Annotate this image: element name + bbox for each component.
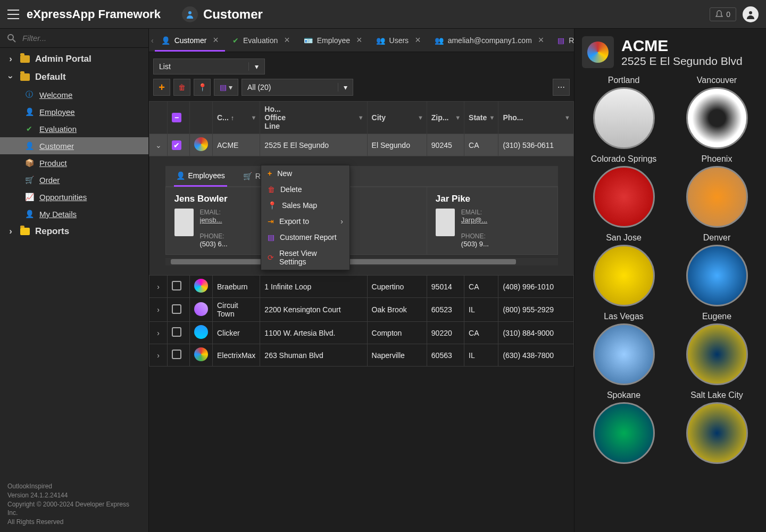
filter-icon[interactable]: ▼: [564, 114, 570, 121]
chevron-down-icon: ›: [5, 73, 16, 81]
menu-export-to[interactable]: ⇥Export to›: [261, 213, 349, 229]
sales-map-button[interactable]: 📍: [194, 79, 211, 96]
col-home-office[interactable]: Ho...OfficeLine▼: [260, 102, 367, 134]
table-row[interactable]: ⌄ ✔ ACME 2525 E El Segundo El Segundo 90…: [149, 134, 574, 156]
city-card[interactable]: Portland: [582, 76, 665, 149]
row-expander[interactable]: ⌄: [149, 134, 168, 156]
city-card[interactable]: Denver: [675, 233, 759, 306]
nav-item-employee[interactable]: 👤Employee: [0, 103, 148, 120]
tab-user-email[interactable]: 👥ameliah@company1.com×: [428, 29, 551, 52]
col-expander[interactable]: [149, 102, 168, 134]
row-expander[interactable]: ›: [149, 344, 168, 367]
city-card[interactable]: Eugene: [675, 312, 759, 385]
table-row[interactable]: › Circuit Town2200 Kensington CourtOak B…: [149, 298, 574, 322]
city-name: San Jose: [582, 233, 665, 243]
employee-email[interactable]: Jarp@...: [461, 216, 489, 224]
nav-group-label: Default: [35, 72, 66, 82]
tab-report[interactable]: ▤Report×: [551, 29, 574, 52]
box-icon: 📦: [24, 158, 34, 168]
hamburger-button[interactable]: [0, 10, 27, 19]
row-expander[interactable]: ›: [149, 276, 168, 298]
delete-button[interactable]: 🗑: [173, 79, 190, 96]
col-zip[interactable]: Zip...▼: [427, 102, 464, 134]
nav-item-product[interactable]: 📦Product: [0, 154, 148, 171]
col-company[interactable]: C...↑▼: [213, 102, 260, 134]
close-icon[interactable]: ×: [415, 35, 421, 46]
row-checkbox[interactable]: [172, 327, 181, 337]
filter-icon[interactable]: ▼: [455, 114, 461, 121]
close-icon[interactable]: ×: [356, 35, 362, 46]
profile-button[interactable]: [743, 6, 759, 22]
row-checkbox[interactable]: [172, 304, 181, 314]
city-card[interactable]: Colorado Springs: [582, 154, 665, 228]
report-split-button[interactable]: ▤▾: [214, 79, 238, 96]
plus-icon: +: [159, 81, 165, 94]
row-checkbox[interactable]: [172, 281, 181, 290]
close-icon[interactable]: ×: [284, 35, 290, 46]
filter-selector[interactable]: All (20) ▾: [242, 79, 353, 96]
tab-customer[interactable]: 👤Customer×: [155, 29, 225, 52]
menu-new[interactable]: +New: [261, 165, 349, 181]
employee-email[interactable]: jensb...: [200, 216, 228, 224]
col-select[interactable]: −: [168, 102, 190, 134]
dropdown-icon[interactable]: ▾: [248, 62, 264, 71]
city-grid: PortlandVancouverColorado SpringsPhoenix…: [582, 76, 759, 464]
col-city[interactable]: City▼: [367, 102, 427, 134]
sidebar-search[interactable]: [0, 29, 148, 48]
row-expander[interactable]: ›: [149, 322, 168, 344]
menu-customer-report[interactable]: ▤Customer Report: [261, 229, 349, 245]
table-row[interactable]: › Braeburn1 Infinite LoopCupertino95014C…: [149, 276, 574, 298]
tabs-prev-button[interactable]: ‹: [151, 36, 154, 45]
city-card[interactable]: Salt Lake City: [675, 390, 759, 464]
nav-item-mydetails[interactable]: 👤My Details: [0, 205, 148, 222]
checkbox-indeterminate-icon[interactable]: −: [172, 113, 181, 122]
nav-item-evaluation[interactable]: ✔Evaluation: [0, 120, 148, 137]
row-expander[interactable]: ›: [149, 298, 168, 322]
toolbar-overflow-button[interactable]: ⋯: [553, 79, 570, 96]
view-selector[interactable]: List ▾: [153, 59, 265, 74]
nav-group-admin[interactable]: › Admin Portal: [0, 50, 148, 68]
notifications-button[interactable]: 0: [710, 7, 736, 21]
cell-phone: (310) 536-0611: [498, 134, 574, 156]
tab-evaluation[interactable]: ✔Evaluation×: [226, 29, 296, 52]
nav-item-customer[interactable]: 👤Customer: [0, 137, 148, 154]
close-icon[interactable]: ×: [538, 35, 544, 46]
chevron-right-icon: ›: [340, 217, 343, 226]
nav-item-opportunities[interactable]: 📈Opportunities: [0, 188, 148, 205]
menu-reset-view[interactable]: ⟳Reset View Settings: [261, 245, 349, 270]
person-icon: 👤: [24, 209, 34, 219]
col-state[interactable]: State▼: [464, 102, 498, 134]
toolbar: + 🗑 📍 ▤▾ All (20) ▾ ⋯: [149, 79, 574, 101]
filter-icon[interactable]: ▼: [418, 114, 423, 121]
city-card[interactable]: San Jose: [582, 233, 665, 306]
detail-scrollbar[interactable]: [165, 258, 558, 265]
row-checkbox[interactable]: [172, 350, 181, 359]
table-row[interactable]: › ElectrixMax263 Shuman BlvdNaperville60…: [149, 344, 574, 367]
city-card[interactable]: Las Vegas: [582, 312, 665, 385]
city-card[interactable]: Phoenix: [675, 154, 759, 228]
dropdown-icon[interactable]: ▾: [338, 83, 353, 92]
row-checkbox[interactable]: ✔: [172, 140, 181, 150]
menu-sales-map[interactable]: 📍Sales Map: [261, 197, 349, 213]
col-phone[interactable]: Pho...▼: [498, 102, 574, 134]
nav-item-order[interactable]: 🛒Order: [0, 171, 148, 188]
tab-users[interactable]: 👥Users×: [370, 29, 427, 52]
filter-icon[interactable]: ▼: [358, 114, 364, 121]
col-logo[interactable]: [190, 102, 213, 134]
nav-group-reports[interactable]: › Reports: [0, 222, 148, 240]
nav-item-welcome[interactable]: ⓘWelcome: [0, 86, 148, 103]
nav-group-default[interactable]: › Default: [0, 68, 148, 86]
new-button[interactable]: +: [153, 79, 170, 96]
profile-icon: [746, 10, 755, 19]
filter-icon[interactable]: ▼: [489, 114, 495, 121]
filter-icon[interactable]: ▼: [251, 114, 256, 121]
tab-employee[interactable]: 🪪Employee×: [297, 29, 369, 52]
employee-card[interactable]: Jar Pike EMAIL: Jarp@... PHONE:: [427, 187, 557, 254]
table-row[interactable]: › Clicker1100 W. Artesia Blvd.Compton902…: [149, 322, 574, 344]
detail-tab-employees[interactable]: 👤Employees: [174, 166, 227, 187]
sidebar-search-input[interactable]: [21, 33, 141, 43]
menu-delete[interactable]: 🗑Delete: [261, 181, 349, 197]
city-card[interactable]: Spokane: [582, 390, 665, 464]
city-card[interactable]: Vancouver: [675, 76, 759, 149]
close-icon[interactable]: ×: [213, 35, 219, 46]
